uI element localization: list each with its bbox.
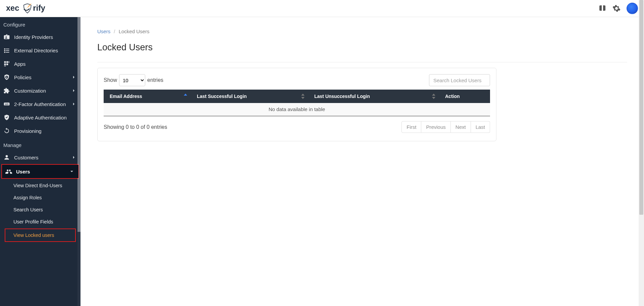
sort-icon — [432, 94, 436, 99]
sidebar-item-label: Provisioning — [14, 128, 42, 134]
sub-item-user-profile-fields[interactable]: User Profile Fields — [0, 216, 80, 228]
sub-item-assign-roles[interactable]: Assign Roles — [0, 192, 80, 204]
puzzle-icon — [3, 87, 10, 94]
sub-item-search-users[interactable]: Search Users — [0, 204, 80, 216]
xecurify-logo-svg: xec rify — [6, 3, 66, 14]
sidebar-item-apps[interactable]: Apps — [0, 57, 80, 70]
sidebar-item-label: Policies — [14, 74, 32, 80]
grid-icon — [3, 60, 10, 67]
sidebar-item-label: Users — [16, 169, 30, 174]
chevron-down-icon — [69, 169, 74, 174]
sync-icon — [3, 128, 10, 134]
svg-text:rify: rify — [33, 4, 45, 12]
main-content: Users / Locked Users Locked Users Show 1… — [80, 17, 644, 306]
section-configure-label: Configure — [0, 17, 80, 30]
top-header: xec rify — [0, 0, 644, 17]
shield-check-icon — [3, 114, 10, 121]
breadcrumb: Users / Locked Users — [97, 29, 627, 34]
sort-icon — [301, 94, 305, 99]
brand-logo[interactable]: xec rify — [6, 3, 66, 14]
sub-item-view-direct-endusers[interactable]: View Direct End-Users — [0, 180, 80, 192]
show-entries: Show 10 25 50 100 entries — [104, 74, 163, 86]
sidebar-item-customization[interactable]: Customization — [0, 84, 80, 97]
sidebar-item-label: Apps — [14, 61, 25, 67]
locked-users-table: Email Address Last Successful Login Last… — [104, 90, 490, 116]
book-icon[interactable] — [598, 4, 606, 12]
sidebar-item-adaptive-auth[interactable]: Adaptive Authentication — [0, 111, 80, 124]
header-actions — [598, 3, 638, 14]
highlight-users: Users — [1, 164, 79, 179]
sidebar-item-2fa[interactable]: 123 2-Factor Authentication — [0, 97, 80, 111]
chevron-right-icon — [71, 101, 76, 107]
page-scrollbar-thumb[interactable] — [639, 0, 643, 215]
avatar[interactable] — [627, 3, 638, 14]
entries-select[interactable]: 10 25 50 100 — [119, 74, 145, 86]
showing-info: Showing 0 to 0 of 0 entries — [104, 124, 167, 130]
locked-users-panel: Show 10 25 50 100 entries Email Address — [97, 68, 496, 141]
show-label-left: Show — [104, 77, 117, 83]
sidebar-item-label: 2-Factor Authentication — [14, 101, 66, 107]
panel-bottom: Showing 0 to 0 of 0 entries First Previo… — [104, 121, 490, 133]
page-scrollbar-track[interactable] — [639, 0, 644, 306]
table-bottom-line — [104, 116, 490, 116]
id-card-icon — [3, 34, 10, 40]
sidebar-item-identity-providers[interactable]: Identity Providers — [0, 30, 80, 44]
chevron-right-icon — [71, 88, 76, 93]
table-empty-cell: No data available in table — [104, 103, 490, 116]
pager-previous[interactable]: Previous — [421, 121, 450, 133]
sidebar-item-label: Adaptive Authentication — [14, 115, 67, 120]
col-last-success[interactable]: Last Successful Login — [191, 90, 308, 103]
breadcrumb-current: Locked Users — [119, 29, 150, 34]
sidebar-item-users[interactable]: Users — [2, 165, 78, 178]
sidebar-item-label: Identity Providers — [14, 34, 53, 40]
gear-icon[interactable] — [612, 4, 621, 12]
list-icon — [3, 47, 10, 54]
col-action: Action — [439, 90, 490, 103]
pager-next[interactable]: Next — [451, 121, 471, 133]
col-last-unsuccess[interactable]: Last Unsuccessful Login — [308, 90, 439, 103]
sidebar-item-label: Customization — [14, 88, 46, 94]
page-hr — [97, 62, 627, 62]
sidebar: Configure Identity Providers External Di… — [0, 17, 80, 306]
pager: First Previous Next Last — [401, 121, 490, 133]
sidebar-item-policies[interactable]: Policies — [0, 70, 80, 84]
highlight-view-locked: View Locked users — [5, 228, 76, 242]
app-layout: Configure Identity Providers External Di… — [0, 17, 644, 306]
pager-first[interactable]: First — [401, 121, 421, 133]
shield-gear-icon — [3, 74, 10, 81]
sidebar-item-external-directories[interactable]: External Directories — [0, 44, 80, 57]
sidebar-item-label: Customers — [14, 155, 39, 160]
svg-text:xec: xec — [6, 4, 19, 12]
sub-item-view-locked-users[interactable]: View Locked users — [5, 229, 75, 241]
sort-asc-icon — [183, 94, 187, 99]
col-email[interactable]: Email Address — [104, 90, 191, 103]
sidebar-item-provisioning[interactable]: Provisioning — [0, 124, 80, 138]
chevron-right-icon — [71, 74, 76, 80]
panel-top: Show 10 25 50 100 entries — [104, 74, 490, 86]
breadcrumb-root-link[interactable]: Users — [97, 29, 110, 34]
page-title: Locked Users — [97, 42, 627, 53]
sidebar-item-customers[interactable]: Customers — [0, 151, 80, 164]
table-empty-row: No data available in table — [104, 103, 490, 116]
svg-text:123: 123 — [5, 103, 8, 105]
search-input[interactable] — [429, 74, 490, 86]
pager-last[interactable]: Last — [471, 121, 490, 133]
chevron-right-icon — [71, 155, 76, 160]
person-icon — [3, 154, 10, 161]
users-icon — [5, 168, 12, 175]
two-factor-icon: 123 — [3, 101, 10, 107]
sidebar-item-label: External Directories — [14, 48, 58, 53]
show-label-right: entries — [147, 77, 163, 83]
breadcrumb-sep: / — [114, 29, 115, 34]
section-manage-label: Manage — [0, 138, 80, 151]
